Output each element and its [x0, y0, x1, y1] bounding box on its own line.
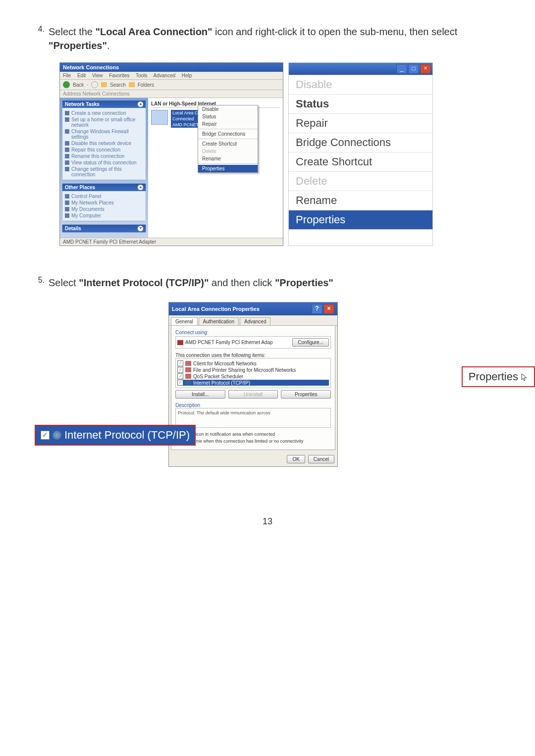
chevron-icon[interactable]: ▾: [138, 226, 143, 231]
menu-advanced[interactable]: Advanced: [154, 73, 175, 78]
list-item-tcpip[interactable]: ✓Internet Protocol (TCP/IP): [177, 380, 329, 386]
ok-button[interactable]: OK: [287, 455, 305, 463]
checkbox[interactable]: ✓: [177, 360, 183, 366]
t: Rename this connection: [71, 153, 124, 159]
minimize-button[interactable]: _: [396, 64, 407, 74]
address-bar[interactable]: Address Network Connections: [60, 90, 283, 98]
tab-advanced[interactable]: Advanced: [240, 317, 270, 325]
window-title: Network Connections: [60, 63, 283, 72]
t: Details: [65, 226, 81, 231]
t: "Internet Protocol (TCP/IP)": [79, 277, 209, 288]
properties-callout-label: Properties: [469, 370, 518, 383]
back-button[interactable]: Back: [73, 82, 84, 88]
menu-view[interactable]: View: [92, 73, 103, 78]
t: View status of this connection: [71, 160, 137, 165]
ctx-repair[interactable]: Repair: [198, 120, 258, 128]
callout-shortcut[interactable]: Create Shortcut: [289, 152, 432, 172]
link-icon: [65, 201, 69, 205]
t: Local Area Connection Properties: [172, 306, 260, 312]
notify-checkbox[interactable]: ✓Notify me when this connection has limi…: [175, 439, 331, 445]
configure-button[interactable]: Configure...: [292, 338, 329, 347]
properties-button[interactable]: Properties: [281, 390, 331, 399]
t: Client for Microsoft Networks: [193, 361, 257, 366]
separator: [198, 139, 258, 139]
other-link[interactable]: My Network Places: [65, 200, 143, 205]
page-number: 13: [30, 516, 505, 527]
ctx-bridge[interactable]: Bridge Connections: [198, 130, 258, 138]
menu-file[interactable]: File: [63, 73, 71, 78]
tab-authentication[interactable]: Authentication: [199, 317, 239, 325]
close-button[interactable]: ×: [420, 64, 431, 74]
task-link[interactable]: Repair this connection: [65, 147, 143, 152]
panel-body: Control Panel My Network Places My Docum…: [62, 191, 146, 221]
chevron-icon[interactable]: ▴: [138, 185, 143, 190]
menu-favorites[interactable]: Favorites: [109, 73, 129, 78]
maximize-button[interactable]: □: [408, 64, 419, 74]
folders-icon[interactable]: [129, 82, 135, 87]
callout-status[interactable]: Status: [289, 95, 432, 114]
ctx-properties[interactable]: Properties: [198, 165, 258, 172]
other-link[interactable]: Control Panel: [65, 194, 143, 199]
other-link[interactable]: My Computer: [65, 213, 143, 218]
close-button[interactable]: ×: [323, 304, 334, 314]
tab-general[interactable]: General: [171, 317, 198, 325]
component-list[interactable]: ✓Client for Microsoft Networks ✓File and…: [175, 358, 331, 388]
checkbox[interactable]: ✓: [177, 373, 183, 379]
cancel-button[interactable]: Cancel: [308, 455, 334, 463]
search-button[interactable]: Search: [110, 82, 126, 88]
details-panel: Details▾: [62, 224, 146, 233]
chevron-icon[interactable]: ▴: [138, 101, 143, 107]
t: QoS Packet Scheduler: [193, 374, 243, 379]
back-icon[interactable]: [63, 81, 70, 88]
ctx-shortcut[interactable]: Create Shortcut: [198, 140, 258, 148]
callout-rename[interactable]: Rename: [289, 191, 432, 210]
task-link[interactable]: Change settings of this connection: [65, 166, 143, 177]
link-icon: [65, 129, 69, 134]
panel-heading[interactable]: Network Tasks▴: [62, 101, 146, 108]
panel-heading[interactable]: Details▾: [62, 225, 146, 232]
help-button[interactable]: ?: [312, 304, 322, 314]
list-item[interactable]: ✓File and Printer Sharing for Microsoft …: [177, 367, 329, 373]
network-tasks-panel: Network Tasks▴ Create a new connection S…: [62, 100, 146, 180]
link-icon: [65, 194, 69, 199]
ctx-rename[interactable]: Rename: [198, 155, 258, 162]
menu-help[interactable]: Help: [182, 73, 192, 78]
panel-heading[interactable]: Other Places▴: [62, 184, 146, 191]
task-link[interactable]: Change Windows Firewall settings: [65, 129, 143, 140]
list-item[interactable]: ✓QoS Packet Scheduler: [177, 373, 329, 379]
link-icon: [65, 154, 69, 158]
menu-edit[interactable]: Edit: [77, 73, 86, 78]
menu-bar[interactable]: File Edit View Favorites Tools Advanced …: [60, 72, 283, 80]
screenshot-lac-properties: ✓ Internet Protocol (TCP/IP) Local Area …: [54, 302, 505, 467]
task-link[interactable]: View status of this connection: [65, 160, 143, 165]
folders-button[interactable]: Folders: [138, 82, 154, 88]
up-icon[interactable]: [101, 82, 107, 87]
list-item[interactable]: ✓Client for Microsoft Networks: [177, 360, 329, 366]
callout-repair[interactable]: Repair: [289, 114, 432, 133]
checkbox[interactable]: ✓: [177, 367, 183, 373]
callout-bridge[interactable]: Bridge Connections: [289, 133, 432, 152]
ctx-disable[interactable]: Disable: [198, 105, 258, 113]
forward-icon[interactable]: [91, 81, 98, 88]
task-link[interactable]: Rename this connection: [65, 153, 143, 159]
task-link[interactable]: Create a new connection: [65, 110, 143, 116]
tcpip-callout-label: Internet Protocol (TCP/IP): [64, 429, 190, 442]
t: Disable this network device: [71, 141, 131, 146]
menu-tools[interactable]: Tools: [136, 73, 147, 78]
show-icon-checkbox[interactable]: Show icon in notification area when conn…: [175, 432, 331, 438]
checkbox[interactable]: ✓: [177, 380, 183, 386]
ctx-delete: Delete: [198, 148, 258, 155]
link-icon: [65, 167, 69, 171]
link-icon: [65, 148, 69, 152]
step-4: 4. Select the "Local Area Connection" ic…: [30, 25, 505, 52]
link-icon: [65, 207, 69, 211]
ctx-status[interactable]: Status: [198, 113, 258, 120]
titlebar-buttons: _ □ ×: [289, 63, 432, 75]
callout-properties[interactable]: Properties: [289, 210, 432, 230]
install-button[interactable]: Install...: [175, 390, 225, 399]
task-link[interactable]: Disable this network device: [65, 141, 143, 146]
dialog-footer: OK Cancel: [169, 452, 337, 466]
task-link[interactable]: Set up a home or small office network: [65, 117, 143, 128]
callout-disable[interactable]: Disable: [289, 75, 432, 95]
other-link[interactable]: My Documents: [65, 206, 143, 212]
